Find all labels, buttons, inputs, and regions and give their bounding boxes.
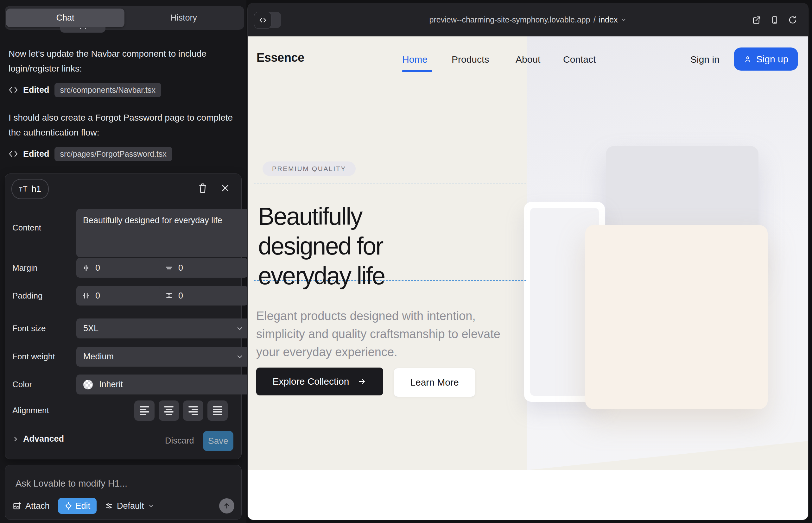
edited-label: Edited bbox=[23, 149, 49, 159]
code-icon bbox=[8, 86, 18, 94]
h1-selection-outline[interactable]: Beautifully designed for everyday life bbox=[254, 184, 526, 281]
hero-heading: Beautifully designed for everyday life bbox=[258, 201, 455, 291]
hero-image-card-cream bbox=[585, 225, 768, 409]
align-right-button[interactable] bbox=[183, 400, 203, 421]
chat-history-tabbar: Chat History bbox=[5, 6, 244, 30]
tab-chat[interactable]: Chat bbox=[6, 8, 124, 27]
target-icon bbox=[64, 502, 72, 510]
chevron-down-icon bbox=[236, 353, 244, 361]
preview-window: preview--charming-site-symphony.lovable.… bbox=[248, 3, 808, 520]
chevron-down-icon bbox=[148, 503, 154, 509]
attach-label: Attach bbox=[25, 501, 50, 511]
margin-x-value: 0 bbox=[95, 263, 100, 273]
arrow-up-icon bbox=[223, 502, 231, 510]
nav-link-home[interactable]: Home bbox=[402, 54, 427, 65]
nav-link-products[interactable]: Products bbox=[452, 54, 489, 65]
color-swatch bbox=[83, 380, 93, 390]
padding-x-input[interactable]: 0 bbox=[76, 286, 165, 306]
chrome-actions bbox=[752, 3, 797, 36]
mobile-icon[interactable] bbox=[770, 15, 779, 25]
font-weight-select[interactable]: Medium bbox=[76, 347, 250, 366]
margin-label: Margin bbox=[12, 263, 37, 273]
hero-paragraph: Elegant products designed with intention… bbox=[256, 307, 513, 361]
advanced-toggle[interactable]: Advanced bbox=[12, 434, 64, 444]
sign-up-button[interactable]: Sign up bbox=[734, 48, 798, 71]
composer-toolbar: Attach Edit Default bbox=[13, 498, 234, 514]
url-separator: / bbox=[594, 15, 596, 24]
padding-y-input[interactable]: 0 bbox=[159, 286, 248, 306]
explore-collection-label: Explore Collection bbox=[273, 376, 349, 387]
site-canvas: Essence Home Products About Contact Sign… bbox=[248, 36, 808, 520]
hero-badge: PREMIUM QUALITY bbox=[263, 161, 356, 176]
external-link-icon[interactable] bbox=[752, 15, 761, 25]
chevron-down-icon bbox=[621, 17, 626, 23]
trash-icon[interactable] bbox=[198, 183, 208, 194]
sign-in-link[interactable]: Sign in bbox=[690, 54, 720, 65]
edited-file-row[interactable]: Edited src/pages/ForgotPassword.tsx bbox=[8, 146, 172, 161]
composer-input[interactable]: Ask Lovable to modify H1... bbox=[16, 479, 127, 489]
send-button[interactable] bbox=[219, 498, 234, 513]
attach-button[interactable]: Attach bbox=[13, 501, 50, 511]
alignment-button-group bbox=[134, 400, 228, 421]
site-logo[interactable]: Essence bbox=[257, 51, 304, 65]
learn-more-button[interactable]: Learn More bbox=[394, 368, 475, 397]
align-center-button[interactable] bbox=[159, 400, 179, 421]
element-tag-label: h1 bbox=[32, 184, 41, 194]
content-textarea[interactable]: Beautifully designed for everyday life bbox=[76, 209, 250, 257]
alignment-label: Alignment bbox=[12, 405, 49, 415]
padding-horizontal-icon bbox=[82, 292, 90, 300]
align-justify-button[interactable] bbox=[208, 400, 228, 421]
user-icon bbox=[744, 55, 752, 63]
align-left-button[interactable] bbox=[134, 400, 155, 421]
file-path-badge[interactable]: src/pages/ForgotPassword.tsx bbox=[54, 147, 172, 161]
refresh-icon[interactable] bbox=[788, 15, 797, 25]
nav-link-about[interactable]: About bbox=[516, 54, 540, 65]
chevron-right-icon bbox=[12, 436, 19, 443]
margin-vertical-icon bbox=[165, 264, 173, 272]
font-weight-label: Font weight bbox=[12, 352, 55, 362]
sign-up-label: Sign up bbox=[756, 54, 789, 65]
font-weight-value: Medium bbox=[83, 352, 114, 362]
edit-mode-button[interactable]: Edit bbox=[58, 498, 97, 514]
explore-collection-button[interactable]: Explore Collection bbox=[256, 367, 383, 395]
nav-active-underline bbox=[402, 70, 432, 72]
chat-panel: Chat History Now let's update the Navbar… bbox=[0, 0, 246, 523]
chat-composer: Ask Lovable to modify H1... Attach Edit … bbox=[5, 465, 242, 520]
edited-file-row[interactable]: Edited src/components/Navbar.tsx bbox=[8, 82, 161, 97]
edited-label: Edited bbox=[23, 85, 49, 95]
nav-link-contact[interactable]: Contact bbox=[563, 54, 596, 65]
align-right-icon bbox=[189, 406, 198, 415]
url-domain: preview--charming-site-symphony.lovable.… bbox=[429, 15, 590, 24]
default-label: Default bbox=[117, 501, 144, 511]
chat-message: I should also create a Forgot Password p… bbox=[8, 110, 235, 140]
color-label: Color bbox=[12, 380, 32, 390]
save-button[interactable]: Save bbox=[203, 431, 233, 451]
padding-x-value: 0 bbox=[95, 291, 100, 301]
padding-label: Padding bbox=[12, 291, 42, 301]
padding-y-value: 0 bbox=[178, 291, 183, 301]
color-select[interactable]: Inherit bbox=[76, 375, 250, 395]
margin-y-value: 0 bbox=[178, 263, 183, 273]
discard-button[interactable]: Discard bbox=[165, 436, 194, 446]
align-center-icon bbox=[164, 406, 174, 415]
text-size-icon: тT bbox=[19, 184, 28, 194]
chevron-down-icon bbox=[236, 325, 244, 332]
close-icon[interactable] bbox=[220, 183, 230, 193]
tab-history[interactable]: History bbox=[124, 8, 243, 27]
file-path-badge[interactable]: src/components/Navbar.tsx bbox=[54, 83, 161, 97]
scrolled-chat-remnant bbox=[60, 27, 105, 33]
font-size-select[interactable]: 5XL bbox=[76, 319, 250, 339]
margin-x-input[interactable]: 0 bbox=[76, 258, 165, 278]
padding-vertical-icon bbox=[165, 292, 173, 300]
color-value: Inherit bbox=[99, 380, 123, 390]
font-size-label: Font size bbox=[12, 324, 46, 333]
selected-element-badge[interactable]: тT h1 bbox=[12, 179, 49, 199]
arrow-right-icon bbox=[357, 377, 367, 385]
content-label: Content bbox=[12, 223, 41, 233]
model-default-dropdown[interactable]: Default bbox=[105, 501, 154, 511]
url-bar[interactable]: preview--charming-site-symphony.lovable.… bbox=[248, 3, 808, 36]
font-size-value: 5XL bbox=[83, 324, 99, 333]
code-icon bbox=[8, 150, 18, 158]
margin-y-input[interactable]: 0 bbox=[159, 258, 248, 278]
element-editor-panel: тT h1 Content Beautifully designed for e… bbox=[5, 174, 242, 459]
